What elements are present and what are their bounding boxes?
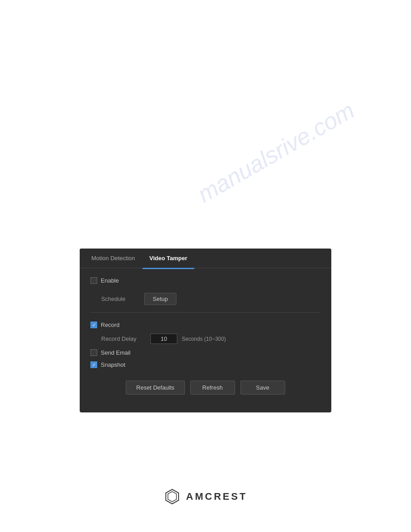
enable-checkbox[interactable] xyxy=(90,277,97,284)
amcrest-logo: AMCREST xyxy=(164,488,248,505)
tab-motion-detection[interactable]: Motion Detection xyxy=(84,251,142,265)
button-bar: Reset Defaults Refresh Save xyxy=(90,373,321,403)
record-checkbox[interactable] xyxy=(90,322,97,328)
snapshot-checkbox[interactable] xyxy=(90,361,97,368)
reset-defaults-button[interactable]: Reset Defaults xyxy=(126,381,184,395)
snapshot-row: Snapshot xyxy=(90,361,321,368)
setup-button[interactable]: Setup xyxy=(144,293,176,305)
tab-bar: Motion Detection Video Tamper xyxy=(80,249,331,268)
schedule-label: Schedule xyxy=(90,296,144,302)
record-delay-label: Record Delay xyxy=(101,335,150,342)
content-area: Enable Schedule Setup Record Record Dela… xyxy=(80,268,331,412)
record-delay-hint: Seconds (10~300) xyxy=(182,336,226,342)
record-delay-input[interactable] xyxy=(150,334,177,344)
refresh-button[interactable]: Refresh xyxy=(190,381,235,395)
record-delay-row: Record Delay Seconds (10~300) xyxy=(90,334,321,344)
watermark: manualsrive.com xyxy=(193,97,359,208)
amcrest-name: AMCREST xyxy=(186,491,248,502)
amcrest-hex-icon xyxy=(164,488,181,505)
enable-label[interactable]: Enable xyxy=(101,277,119,284)
record-row: Record xyxy=(90,322,321,328)
save-button[interactable]: Save xyxy=(240,381,285,395)
main-panel: Motion Detection Video Tamper Enable Sch… xyxy=(80,249,331,412)
enable-row: Enable xyxy=(90,277,321,284)
snapshot-label[interactable]: Snapshot xyxy=(101,361,125,368)
schedule-row: Schedule Setup xyxy=(90,293,321,313)
send-email-row: Send Email xyxy=(90,349,321,356)
tab-video-tamper[interactable]: Video Tamper xyxy=(142,251,195,265)
record-label[interactable]: Record xyxy=(101,322,120,328)
send-email-label[interactable]: Send Email xyxy=(101,349,130,356)
send-email-checkbox[interactable] xyxy=(90,349,97,356)
